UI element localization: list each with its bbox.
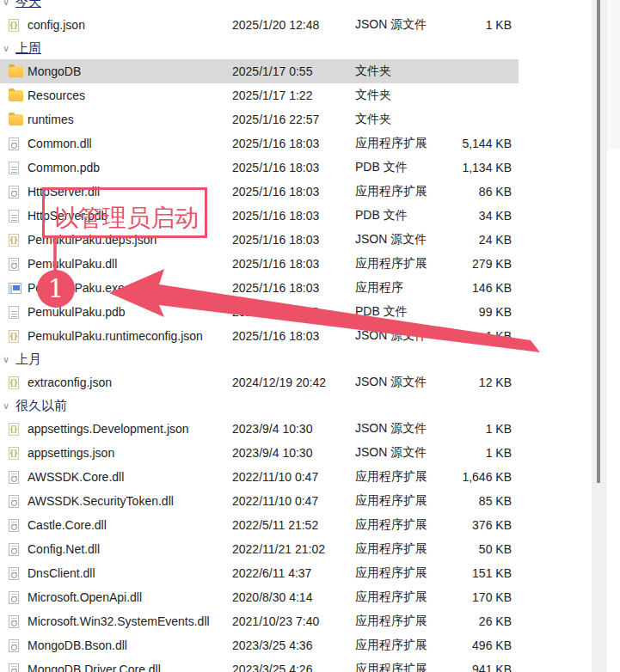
file-name: DnsClient.dll [28, 566, 232, 580]
file-row[interactable]: AWSSDK.SecurityToken.dll2022/11/10 0:47应… [0, 489, 519, 513]
file-row[interactable]: appsettings.json2023/9/4 10:30JSON 源文件1 … [0, 441, 519, 465]
file-row[interactable]: extraconfig.json2024/12/19 20:42JSON 源文件… [0, 370, 519, 394]
file-row[interactable]: PemukulPaku.exe2025/1/16 18:03应用程序146 KB [0, 276, 519, 300]
group-header[interactable]: ∨上月 [0, 348, 519, 370]
file-row[interactable]: Config.Net.dll2022/11/21 21:02应用程序扩展50 K… [0, 537, 519, 561]
right-panel-edge [607, 0, 620, 149]
file-row[interactable]: MongoDB.Driver.Core.dll2023/3/25 4:26应用程… [0, 657, 519, 672]
file-row[interactable]: Resources2025/1/17 1:22文件夹 [0, 83, 519, 107]
file-type: JSON 源文件 [355, 375, 439, 390]
file-row[interactable]: Castle.Core.dll2022/5/11 21:52应用程序扩展376 … [0, 513, 519, 537]
file-name: AWSSDK.Core.dll [28, 470, 232, 484]
file-size: 496 KB [439, 638, 512, 652]
file-size: 1 KB [439, 329, 512, 343]
file-name: MongoDB [28, 64, 232, 78]
exe-file-icon [9, 283, 21, 294]
file-size: 146 KB [439, 281, 512, 295]
file-date-modified: 2021/10/23 7:40 [232, 614, 355, 628]
dll-file-icon [9, 258, 19, 271]
folder-icon [9, 90, 23, 101]
file-name: extraconfig.json [28, 376, 232, 389]
json-file-icon [9, 447, 19, 460]
file-type: 应用程序扩展 [355, 493, 439, 509]
file-name: Resources [28, 89, 232, 102]
file-size: 85 KB [439, 494, 512, 508]
file-date-modified: 2020/8/30 4:14 [232, 590, 355, 604]
dll-file-icon [9, 567, 19, 580]
dll-file-icon [9, 137, 19, 150]
file-name: Common.dll [28, 137, 232, 150]
file-size: 1 KB [439, 18, 512, 32]
file-size: 99 KB [439, 305, 512, 319]
file-type: PDB 文件 [355, 160, 439, 175]
file-size: 941 KB [439, 663, 512, 672]
file-type: JSON 源文件 [355, 328, 439, 344]
file-row[interactable]: MongoDB.Bson.dll2023/3/25 4:36应用程序扩展496 … [0, 633, 519, 657]
file-name: runtimes [28, 113, 232, 126]
file-row[interactable]: PemukulPaku.pdb2025/1/16 18:03PDB 文件99 K… [0, 300, 519, 324]
file-type: JSON 源文件 [355, 421, 439, 437]
file-type: 应用程序扩展 [355, 590, 439, 605]
file-date-modified: 2022/11/10 0:47 [232, 470, 355, 484]
group-label: 今天 [15, 0, 41, 10]
file-type: 应用程序扩展 [355, 256, 439, 272]
file-row[interactable]: Microsoft.OpenApi.dll2020/8/30 4:14应用程序扩… [0, 585, 519, 609]
group-label: 上月 [15, 351, 41, 368]
group-header[interactable]: ∨上周 [0, 37, 519, 59]
file-size: 12 KB [439, 376, 512, 389]
file-size: 24 KB [439, 233, 512, 247]
file-type: 应用程序扩展 [355, 136, 439, 151]
file-row[interactable]: HttpServer.dll2025/1/16 18:03应用程序扩展86 KB [0, 180, 519, 204]
file-row[interactable]: PemukulPaku.runtimeconfig.json2025/1/16 … [0, 324, 519, 348]
file-row[interactable]: DnsClient.dll2022/6/11 4:37应用程序扩展151 KB [0, 561, 519, 585]
file-date-modified: 2025/1/16 18:03 [232, 257, 355, 271]
file-name: HttpServer.pdb [28, 209, 232, 223]
file-size: 170 KB [439, 590, 512, 604]
file-type: 应用程序扩展 [355, 517, 439, 533]
file-name: PemukulPaku.exe [28, 281, 232, 295]
vertical-scrollbar-thumb[interactable] [597, 0, 600, 483]
file-date-modified: 2025/1/20 12:48 [232, 18, 355, 32]
dll-file-icon [9, 615, 19, 628]
group-header[interactable]: ∨今天 [0, 0, 519, 13]
file-row[interactable]: config.json2025/1/20 12:48JSON 源文件1 KB [0, 13, 519, 37]
file-row[interactable]: appsettings.Development.json2023/9/4 10:… [0, 417, 519, 441]
file-row[interactable]: runtimes2025/1/16 22:57文件夹 [0, 107, 519, 131]
dll-file-icon [9, 186, 19, 199]
group-header[interactable]: ∨很久以前 [0, 394, 519, 417]
file-row[interactable]: Microsoft.Win32.SystemEvents.dll2021/10/… [0, 609, 519, 633]
json-file-icon [9, 330, 19, 343]
file-date-modified: 2024/12/19 20:42 [232, 376, 355, 389]
file-size: 1 KB [439, 446, 512, 460]
file-name: Microsoft.Win32.SystemEvents.dll [28, 614, 232, 628]
file-name: PemukulPaku.deps.json [28, 233, 232, 247]
file-name: PemukulPaku.pdb [28, 305, 232, 319]
file-date-modified: 2023/3/25 4:36 [232, 638, 355, 652]
file-date-modified: 2025/1/16 18:03 [232, 329, 355, 343]
file-row[interactable]: Common.dll2025/1/16 18:03应用程序扩展5,144 KB [0, 131, 519, 156]
file-name: Microsoft.OpenApi.dll [28, 590, 232, 604]
file-type: 应用程序 [355, 280, 439, 296]
file-row[interactable]: Common.pdb2025/1/16 18:03PDB 文件1,134 KB [0, 156, 519, 180]
file-row[interactable]: HttpServer.pdb2025/1/16 18:03PDB 文件34 KB [0, 204, 519, 228]
file-row[interactable]: AWSSDK.Core.dll2022/11/10 0:47应用程序扩展1,64… [0, 465, 519, 489]
file-date-modified: 2023/9/4 10:30 [232, 422, 355, 436]
file-name: appsettings.json [28, 446, 232, 460]
file-type: 应用程序扩展 [355, 184, 439, 199]
file-list: ∨今天config.json2025/1/20 12:48JSON 源文件1 K… [0, 0, 620, 672]
pdb-file-icon [9, 306, 19, 319]
json-file-icon [9, 423, 19, 436]
json-file-icon [9, 234, 19, 247]
file-size: 279 KB [439, 257, 512, 271]
file-row[interactable]: PemukulPaku.deps.json2025/1/16 18:03JSON… [0, 228, 519, 252]
file-type: JSON 源文件 [355, 17, 439, 33]
file-size: 26 KB [439, 614, 512, 628]
file-type: JSON 源文件 [355, 445, 439, 461]
file-date-modified: 2023/9/4 10:30 [232, 446, 355, 460]
file-name: MongoDB.Driver.Core.dll [28, 663, 232, 672]
file-date-modified: 2025/1/16 22:57 [232, 113, 355, 126]
file-type: 文件夹 [355, 112, 439, 127]
file-row[interactable]: MongoDB2025/1/17 0:55文件夹 [0, 59, 519, 83]
file-date-modified: 2025/1/17 1:22 [232, 89, 355, 102]
file-row[interactable]: PemukulPaku.dll2025/1/16 18:03应用程序扩展279 … [0, 252, 519, 276]
